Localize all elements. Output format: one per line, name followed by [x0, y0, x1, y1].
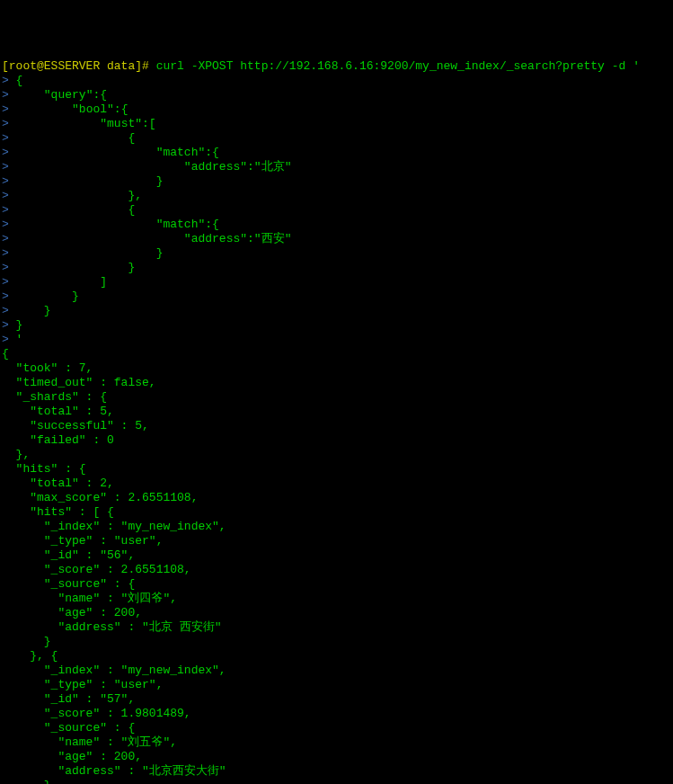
response-block: { "took" : 7, "timed_out" : false, "_sha…	[2, 347, 671, 784]
input-block: > { > "query":{ > "bool":{ > "must":[ > …	[2, 74, 671, 347]
terminal-window[interactable]: [root@ESSERVER data]# curl -XPOST http:/…	[0, 58, 673, 784]
prompt-user-host: [root@ESSERVER data]#	[2, 59, 156, 73]
curl-command: curl -XPOST http://192.168.6.16:9200/my_…	[156, 59, 640, 73]
